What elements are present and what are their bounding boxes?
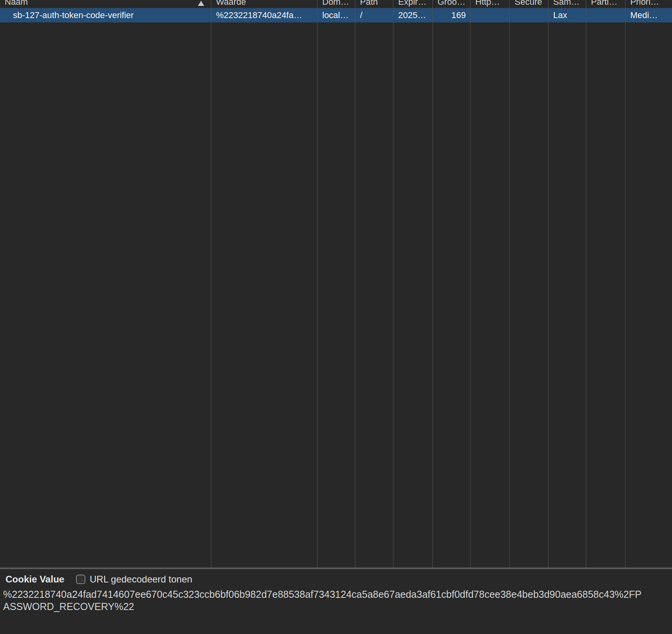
header-divider: [0, 8, 672, 8]
sort-ascending-icon[interactable]: [198, 1, 204, 6]
column-divider[interactable]: [393, 0, 393, 568]
cookie-cell-name[interactable]: sb-127-auth-token-code-verifier: [0, 8, 211, 22]
cookie-value-text: %2232218740a24fad7414607ee670c45c323ccb6…: [3, 588, 670, 613]
cookie-value-line: %2232218740a24fad7414607ee670c45c323ccb6…: [3, 588, 670, 601]
cookie-cell-secure[interactable]: [510, 8, 548, 22]
column-divider[interactable]: [586, 0, 586, 568]
cookie-cell-value[interactable]: %2232218740a24fa…: [211, 8, 317, 22]
column-header-partition-key[interactable]: Parti…: [586, 0, 625, 8]
column-divider[interactable]: [470, 0, 471, 568]
cookie-value-panel: Cookie Value URL gedecodeerd tonen %2232…: [0, 569, 672, 634]
column-header-secure[interactable]: Secure: [510, 0, 548, 8]
column-divider[interactable]: [625, 0, 626, 568]
column-header-httponly[interactable]: Http…: [471, 0, 510, 8]
column-divider[interactable]: [548, 0, 548, 568]
column-divider[interactable]: [510, 0, 510, 568]
table-header-row: Naam Waarde Dom… Path Expir… Groo… Http……: [0, 0, 672, 8]
column-divider[interactable]: [211, 0, 211, 568]
column-header-priority[interactable]: Priori…: [626, 0, 672, 8]
column-header-expires[interactable]: Expir…: [393, 0, 432, 8]
cookie-cell-partition-key[interactable]: [586, 8, 625, 22]
column-header-value[interactable]: Waarde: [211, 0, 317, 8]
column-header-domain[interactable]: Dom…: [318, 0, 355, 8]
cookie-cell-domain[interactable]: local…: [318, 8, 355, 22]
column-divider[interactable]: [355, 0, 355, 568]
cookies-table: Naam Waarde Dom… Path Expir… Groo… Http……: [0, 0, 672, 568]
column-header-path[interactable]: Path: [355, 0, 393, 8]
cookie-cell-samesite[interactable]: Lax: [548, 8, 586, 22]
column-header-size[interactable]: Groo…: [433, 0, 470, 8]
cookie-cell-priority[interactable]: Medi…: [626, 8, 672, 22]
url-decoded-checkbox-label[interactable]: URL gedecodeerd tonen: [90, 573, 192, 586]
cookie-value-title: Cookie Value: [6, 573, 64, 586]
url-decoded-checkbox[interactable]: [76, 575, 85, 584]
cookie-cell-path[interactable]: /: [355, 8, 393, 22]
column-divider[interactable]: [432, 0, 433, 568]
column-header-samesite[interactable]: Sam…: [548, 0, 586, 8]
devtools-cookies-panel: Naam Waarde Dom… Path Expir… Groo… Http……: [0, 0, 672, 634]
cookie-value-panel-header: Cookie Value URL gedecodeerd tonen: [0, 573, 672, 586]
column-header-name[interactable]: Naam: [0, 0, 211, 8]
cookie-cell-size[interactable]: 169: [433, 8, 470, 22]
column-divider[interactable]: [317, 0, 318, 568]
cookie-cell-httponly[interactable]: [471, 8, 510, 22]
cookie-value-line: ASSWORD_RECOVERY%22: [3, 601, 670, 613]
cookie-cell-expires[interactable]: 2025…: [393, 8, 432, 22]
